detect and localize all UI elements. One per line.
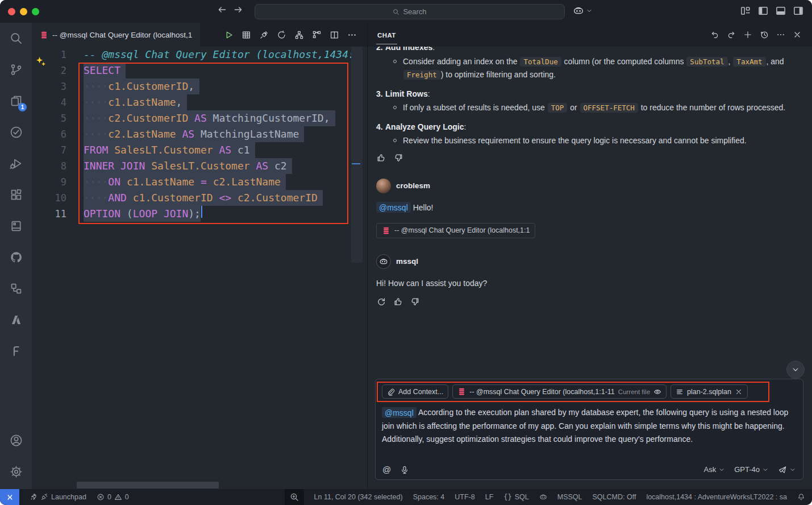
chat-actions <box>710 30 812 39</box>
run-query-icon[interactable] <box>221 27 236 42</box>
status-item-mssql[interactable]: MSSQL <box>557 493 582 501</box>
mode-picker[interactable]: Ask <box>704 465 726 474</box>
code-line-content: FROM SalesLT.Customer AS c1 <box>84 142 255 158</box>
copilot-sparkle-icon[interactable] <box>35 56 47 67</box>
code-token <box>194 176 201 188</box>
activity-item-azure-icon[interactable] <box>0 304 32 336</box>
activity-item-fabric-icon[interactable] <box>0 336 32 367</box>
chat-input-text[interactable]: @mssql According to the execution plan s… <box>382 406 797 446</box>
editor-vertical-scrollbar[interactable] <box>351 47 363 263</box>
code-line[interactable]: 7FROM SalesLT.Customer AS c1 <box>32 142 367 158</box>
assistant-name: mssql <box>396 257 418 266</box>
new-chat-icon[interactable] <box>743 30 752 39</box>
zoom-indicator[interactable] <box>285 489 304 505</box>
forward-icon[interactable] <box>233 5 243 15</box>
close-window-button[interactable] <box>8 8 15 15</box>
plan-file-chip[interactable]: plan-2.sqlplan <box>671 384 748 399</box>
more-icon[interactable] <box>344 27 359 42</box>
code-line[interactable]: 9····ON c1.LastName = c2.LastName <box>32 174 367 190</box>
remove-chip-icon[interactable] <box>735 388 743 396</box>
status-item-utf8[interactable]: UTF-8 <box>455 493 474 501</box>
activity-item-search-icon[interactable] <box>0 23 32 54</box>
code-line[interactable]: 1-- @mssql Chat Query Editor (localhost,… <box>32 47 367 63</box>
results-grid-icon[interactable] <box>239 27 253 42</box>
more-icon[interactable] <box>776 30 785 39</box>
actual-plan-icon[interactable] <box>309 27 324 42</box>
activity-item-extensions-icon[interactable] <box>0 179 32 210</box>
command-center-search[interactable]: Search <box>255 4 565 19</box>
minimize-window-button[interactable] <box>20 8 27 15</box>
undo-icon[interactable] <box>710 30 719 39</box>
activity-item-testing-icon[interactable] <box>0 117 32 148</box>
message-attachment-chip[interactable]: -- @mssql Chat Query Editor (localhost,1… <box>376 223 535 238</box>
chat-tab[interactable]: CHAT <box>376 25 397 44</box>
toggle-secondary-sidebar-icon[interactable] <box>793 5 804 16</box>
editor-group: -- @mssql Chat Query Editor (localhost,1… <box>32 23 367 489</box>
thumb-down-icon[interactable] <box>394 153 403 163</box>
remote-indicator[interactable] <box>0 489 19 505</box>
problems-item[interactable]: 0 0 <box>97 493 129 501</box>
activity-item-account-icon[interactable] <box>0 425 32 456</box>
user-message-text: @mssql Hello! <box>376 201 803 214</box>
thumb-up-icon[interactable] <box>376 153 386 163</box>
code-line[interactable]: 6····c2.LastName AS MatchingLastName <box>32 126 367 142</box>
toggle-panel-icon[interactable] <box>775 5 786 16</box>
activity-item-github-icon[interactable] <box>0 242 32 273</box>
status-item-copilot-icon[interactable] <box>539 493 547 501</box>
eye-icon[interactable] <box>653 388 661 396</box>
retry-icon[interactable] <box>376 297 386 307</box>
redo-icon[interactable] <box>727 30 736 39</box>
code-line[interactable]: 5····c2.CustomerID AS MatchingCustomerID… <box>32 110 367 126</box>
toggle-primary-sidebar-icon[interactable] <box>757 5 769 16</box>
connect-plug-icon[interactable] <box>256 27 271 42</box>
thumb-up-icon[interactable] <box>393 297 403 307</box>
editor-tab[interactable]: -- @mssql Chat Query Editor (localhost,1 <box>32 23 200 47</box>
status-item-localhost1434[interactable]: localhost,1434 : AdventureWorksLT2022 : … <box>646 493 787 501</box>
launchpad-item[interactable]: Launchpad <box>30 493 86 501</box>
back-icon[interactable] <box>217 5 227 15</box>
activity-item-run-debug-icon[interactable] <box>0 148 32 179</box>
estimated-plan-icon[interactable] <box>292 27 306 42</box>
thumb-down-icon[interactable] <box>410 297 420 307</box>
mention-chip[interactable]: @mssql <box>376 202 411 213</box>
close-icon[interactable] <box>793 30 802 39</box>
model-label: GPT-4o <box>734 465 760 474</box>
code-line[interactable]: 4····c1.LastName, <box>32 94 367 110</box>
activity-item-settings-gear-icon[interactable] <box>0 456 32 487</box>
split-editor-icon[interactable] <box>327 27 342 42</box>
chevron-down-icon <box>791 365 800 374</box>
add-context-button[interactable]: Add Context... <box>382 384 448 399</box>
editor-horizontal-scrollbar[interactable] <box>77 482 219 489</box>
send-button[interactable] <box>778 465 796 474</box>
mention-picker-icon[interactable]: @ <box>382 465 391 474</box>
code-line[interactable]: 8INNER JOIN SalesLT.Customer AS c2 <box>32 158 367 174</box>
warning-icon <box>114 493 122 501</box>
code-token <box>213 192 219 204</box>
model-picker[interactable]: GPT-4o <box>734 465 769 474</box>
change-connection-icon[interactable] <box>274 27 289 42</box>
zoom-window-button[interactable] <box>32 8 39 15</box>
status-item-lf[interactable]: LF <box>485 493 494 501</box>
activity-item-explorer-icon[interactable]: 1 <box>0 85 32 117</box>
history-icon[interactable] <box>760 30 769 39</box>
mic-icon[interactable] <box>400 465 409 474</box>
code-line[interactable]: 11OPTION (LOOP JOIN); <box>32 206 367 222</box>
code-editor[interactable]: 1-- @mssql Chat Query Editor (localhost,… <box>32 47 367 489</box>
status-label: UTF-8 <box>455 493 474 501</box>
chat-input-box[interactable]: Add Context... -- @mssql Chat Query Edit… <box>375 379 803 480</box>
scroll-to-bottom-button[interactable] <box>786 361 805 379</box>
status-item-bell-icon[interactable] <box>797 493 805 501</box>
status-item-spaces[interactable]: Spaces: 4 <box>413 493 445 501</box>
activity-item-notebooks-icon[interactable] <box>0 210 32 242</box>
code-line[interactable]: 10····AND c1.CustomerID <> c2.CustomerID <box>32 190 367 206</box>
code-line[interactable]: 3····c1.CustomerID, <box>32 78 367 94</box>
status-item-ln[interactable]: Ln 11, Col 20 (342 selected) <box>314 493 403 501</box>
copilot-menu[interactable] <box>573 5 593 16</box>
status-item-sql[interactable]: {}SQL <box>503 493 528 501</box>
status-item-sqlcmd[interactable]: SQLCMD: Off <box>593 493 636 501</box>
current-file-chip[interactable]: -- @mssql Chat Query Editor (localhost,1… <box>452 384 667 399</box>
activity-item-source-control-icon[interactable] <box>0 54 32 85</box>
activity-item-schema-compare-icon[interactable] <box>0 273 32 304</box>
customize-layout-icon[interactable] <box>740 5 751 16</box>
code-line[interactable]: 2SELECT <box>32 63 367 78</box>
